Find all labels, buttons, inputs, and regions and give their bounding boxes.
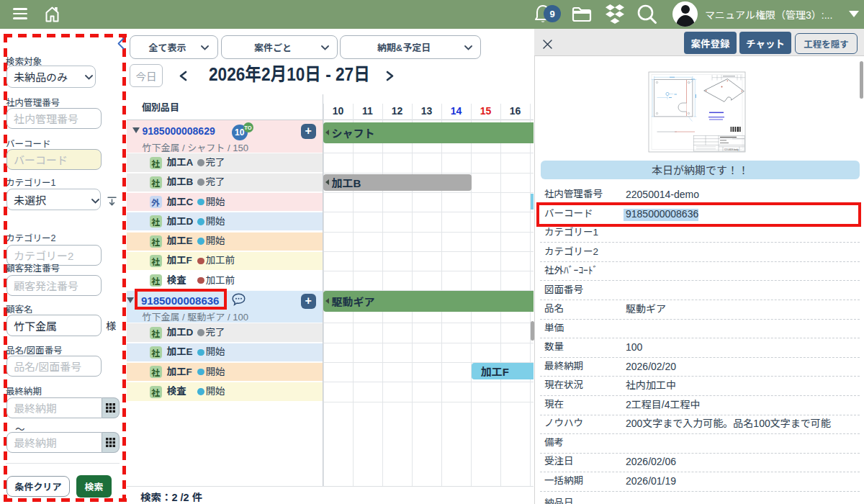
svg-text:CO-0659-body: CO-0659-body [724,148,739,151]
